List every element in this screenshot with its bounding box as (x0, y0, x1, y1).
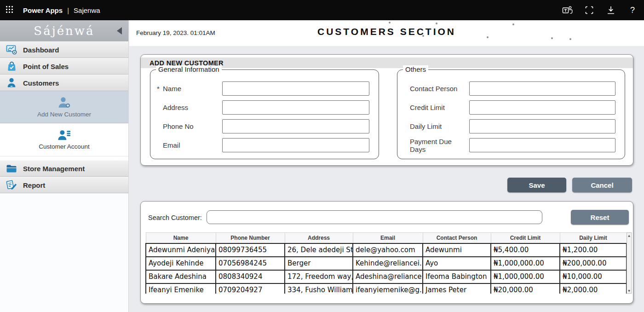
shopping-bag-icon (4, 61, 19, 72)
sidebar-subitem-label: Add New Customer (37, 111, 91, 118)
table-cell[interactable]: Ayodeji Kehinde (146, 257, 216, 270)
decor-dot (512, 23, 514, 25)
sidebar-header: Sájénwá (0, 20, 128, 41)
table-cell[interactable]: Kehinde@reliancei... (353, 257, 423, 270)
table-scrollbar[interactable]: ▲ ▼ (627, 232, 632, 294)
scroll-up-icon[interactable]: ▲ (627, 234, 631, 237)
others-fieldset: Others Contact Person Credit Limit Daily… (397, 69, 625, 159)
table-cell[interactable]: ₦200,000.00 (560, 257, 627, 270)
table-cell[interactable]: ₦2,000.00 (560, 283, 627, 294)
table-cell[interactable]: 07056984245 (216, 257, 285, 270)
table-cell[interactable]: dele@yahoo.com (353, 243, 423, 257)
daily-limit-input[interactable] (469, 119, 615, 133)
column-header[interactable]: Daily Limit (560, 233, 627, 243)
sidebar-item-dashboard[interactable]: Dashboard (0, 41, 128, 58)
table-cell[interactable]: Adewunmi Adeniyan (146, 243, 216, 257)
page-header: February 19, 2023. 01:01AM CUSTOMERS SEC… (129, 20, 644, 46)
report-icon (4, 179, 19, 191)
table-cell[interactable]: 0808340924 (216, 270, 285, 283)
person-list-icon (57, 130, 71, 141)
decor-dot (389, 22, 391, 23)
collapse-sidebar-icon[interactable] (116, 27, 122, 35)
sidebar-item-report[interactable]: Report (0, 177, 128, 193)
table-cell[interactable]: 26, Dele adedeji Str... (285, 243, 353, 257)
general-information-fieldset: General Information *Name Address Phone … (150, 69, 379, 159)
cancel-button[interactable]: Cancel (572, 178, 632, 192)
table-cell[interactable]: Bakare Adeshina (146, 270, 216, 283)
column-header[interactable]: Credit Limit (491, 233, 560, 243)
email-input[interactable] (222, 138, 369, 152)
column-header[interactable]: Address (285, 233, 353, 243)
table-cell[interactable]: 172, Freedom way, ... (285, 270, 353, 283)
table-cell[interactable]: Ifeanyi Emenike (146, 283, 216, 294)
column-header[interactable]: Phone Number (216, 233, 285, 243)
table-cell[interactable]: James Peter (423, 283, 491, 294)
sidebar-subitem-label: Customer Account (39, 143, 89, 150)
sidebar-item-label: Store Management (23, 165, 85, 173)
sidebar-subitem-add-new-customer[interactable]: Add New Customer (0, 91, 128, 123)
phone-input[interactable] (222, 119, 369, 133)
table-header-row: NamePhone NumberAddressEmailContact Pers… (146, 233, 627, 243)
contact-person-input[interactable] (469, 81, 615, 96)
sidebar-item-label: Customers (23, 79, 59, 87)
sidebar-item-customers[interactable]: Customers (0, 75, 128, 91)
customer-list-panel: Search Customer: Reset NamePhone NumberA… (140, 201, 633, 304)
table-cell[interactable]: Adewunmi (423, 243, 491, 257)
table-cell[interactable]: Adeshina@reliancei... (353, 270, 423, 283)
app-title: Power Apps | Sajenwa (23, 6, 100, 14)
sidebar-spacer (0, 156, 128, 160)
dashboard-icon (4, 45, 19, 55)
save-button[interactable]: Save (507, 178, 566, 192)
table-row[interactable]: Ayodeji Kehinde07056984245BergerKehinde@… (146, 257, 627, 270)
sidebar-item-point-of-sales[interactable]: Point of Sales (0, 58, 128, 75)
payment-due-days-label: Payment Due Days (404, 138, 469, 153)
download-icon[interactable] (605, 5, 616, 16)
table-cell[interactable]: ₦10,000.00 (560, 270, 627, 283)
app-launcher-icon[interactable] (6, 6, 14, 14)
title-separator: | (67, 6, 69, 14)
email-label: Email (157, 141, 222, 149)
content-area: ADD NEW CUSTOMER General Information *Na… (129, 46, 644, 312)
table-cell[interactable]: ₦1,000,000.00 (491, 270, 560, 283)
name-label: *Name (157, 85, 222, 92)
table-cell[interactable]: 08099736455 (216, 243, 285, 257)
column-header[interactable]: Name (146, 233, 216, 243)
reset-button[interactable]: Reset (571, 210, 629, 225)
table-row[interactable]: Ifeanyi Emenike0709204927334, Fusho Will… (146, 283, 627, 294)
decor-dot (422, 35, 424, 37)
fieldset-legend: Others (403, 65, 428, 73)
table-cell[interactable]: ₦1,200.00 (560, 243, 627, 257)
person-icon (4, 77, 19, 88)
table-cell[interactable]: Berger (285, 257, 353, 270)
credit-limit-input[interactable] (469, 100, 615, 115)
help-icon[interactable]: ? (627, 5, 638, 16)
table-cell[interactable]: ifeanyiemenike@g... (353, 283, 423, 294)
decor-dot (436, 23, 437, 24)
sidebar-item-store-management[interactable]: Store Management (0, 160, 128, 177)
table-cell[interactable]: Ayo (423, 257, 491, 270)
sidebar-item-label: Dashboard (23, 46, 59, 54)
table-row[interactable]: Bakare Adeshina0808340924172, Freedom wa… (146, 270, 627, 283)
payment-due-days-input[interactable] (469, 138, 615, 152)
teams-icon[interactable] (562, 5, 573, 16)
table-cell[interactable]: ₦1,000,000.00 (491, 257, 560, 270)
sidebar-item-label: Report (23, 181, 45, 189)
credit-limit-label: Credit Limit (404, 104, 469, 111)
table-cell[interactable]: Ifeoma Babington (423, 270, 491, 283)
name-input[interactable] (222, 81, 369, 96)
main-area: February 19, 2023. 01:01AM CUSTOMERS SEC… (129, 20, 644, 312)
table-cell[interactable]: ₦20,000.00 (491, 283, 560, 294)
search-customer-input[interactable] (207, 210, 542, 224)
table-row[interactable]: Adewunmi Adeniyan0809973645526, Dele ade… (146, 243, 627, 257)
sidebar-subitem-customer-account[interactable]: Customer Account (0, 123, 128, 156)
table-cell[interactable]: ₦5,400.00 (491, 243, 560, 257)
fit-screen-icon[interactable] (584, 5, 595, 16)
table-cell[interactable]: 0709204927 (216, 283, 285, 294)
column-header[interactable]: Contact Person (423, 233, 491, 243)
table-cell[interactable]: 334, Fusho Williams... (285, 283, 353, 294)
column-header[interactable]: Email (353, 233, 423, 243)
app-name[interactable]: Power Apps (23, 6, 63, 14)
address-input[interactable] (222, 100, 369, 115)
scroll-down-icon[interactable]: ▼ (627, 289, 631, 292)
search-customer-label: Search Customer: (148, 214, 202, 221)
